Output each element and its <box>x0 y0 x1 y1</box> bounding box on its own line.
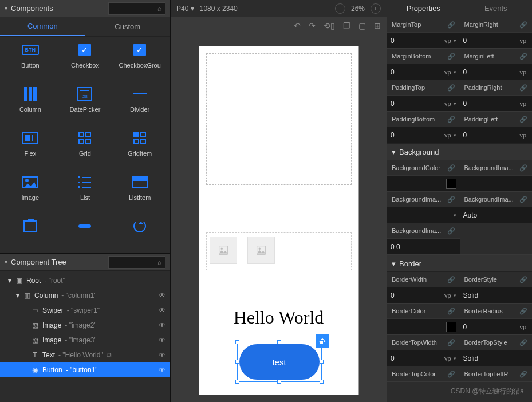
eye-icon[interactable]: 👁 <box>159 306 165 314</box>
resize-handle[interactable] <box>320 340 324 344</box>
link-icon[interactable]: 🔗 <box>519 164 527 172</box>
link-icon[interactable]: 🔗 <box>519 276 527 283</box>
eye-icon[interactable]: 👁 <box>159 321 165 329</box>
prop-paddingtop-input[interactable]: 0vp▾ <box>387 95 460 111</box>
hello-text[interactable]: Hello World <box>199 307 358 328</box>
components-search[interactable]: ⌕ <box>108 2 165 15</box>
comp-grid[interactable]: Grid <box>58 131 113 166</box>
resize-handle[interactable] <box>235 360 239 364</box>
prop-bordertopstyle-input[interactable]: Solid <box>460 350 533 366</box>
color-swatch[interactable] <box>446 322 456 332</box>
prop-borderstyle-input[interactable]: Solid <box>460 287 533 303</box>
prop-bgimg-input[interactable]: Auto <box>460 207 533 223</box>
image-placeholder[interactable] <box>210 237 237 264</box>
eye-icon[interactable]: 👁 <box>159 351 165 359</box>
comp-nav[interactable] <box>3 219 58 247</box>
tab-events[interactable]: Events <box>460 0 533 17</box>
tree-search[interactable]: ⌕ <box>108 256 165 269</box>
resize-handle[interactable] <box>320 360 324 364</box>
link-icon[interactable]: 🔗 <box>447 164 455 172</box>
comp-button[interactable]: BTNButton <box>3 42 58 78</box>
link-icon[interactable]: 🔗 <box>447 196 455 203</box>
link-icon[interactable]: 🔗 <box>447 84 455 92</box>
link-icon[interactable]: 🔗 <box>519 196 527 203</box>
prop-margintop-input[interactable]: 0vp▾ <box>387 32 460 48</box>
section-border[interactable]: ▾Border <box>387 255 532 272</box>
comp-list[interactable]: List <box>58 175 113 210</box>
eye-icon[interactable]: 👁 <box>159 336 165 344</box>
comp-checkbox[interactable]: ✓Checkbox <box>58 42 113 78</box>
link-icon[interactable]: 🔗 <box>447 339 455 346</box>
tree-button[interactable]: ◉Button- "button1"👁 <box>0 362 170 377</box>
resize-handle[interactable] <box>277 340 281 344</box>
zoom-in-button[interactable]: + <box>371 3 381 14</box>
comp-refresh[interactable] <box>112 219 167 247</box>
link-icon[interactable]: 🔗 <box>519 84 527 92</box>
prop-marginleft-input[interactable]: 0vp <box>460 64 533 80</box>
link-icon[interactable]: 🔗 <box>447 276 455 283</box>
rect-icon[interactable]: ▢ <box>358 21 366 30</box>
prop-bgimg-input[interactable]: ▾ <box>387 207 460 223</box>
prop-bgimg-input[interactable]: 0 0 <box>387 238 460 254</box>
rotate-icon[interactable]: ⟲▯ <box>324 21 335 30</box>
layers-icon[interactable]: ❐ <box>343 21 350 30</box>
chevron-down-icon[interactable]: ▾ <box>454 38 456 44</box>
comp-image[interactable]: Image <box>3 175 58 210</box>
grid-icon[interactable]: ⊞ <box>374 21 381 30</box>
link-icon[interactable]: 🔗 <box>447 308 455 315</box>
comp-column[interactable]: Column <box>3 86 58 122</box>
link-icon[interactable]: 🔗 <box>519 53 527 60</box>
link-icon[interactable]: 🔗 <box>519 116 527 123</box>
prop-marginright-input[interactable]: 0vp <box>460 32 533 48</box>
device-selector[interactable]: P40 ▾ <box>176 5 194 13</box>
link-icon[interactable]: 🔗 <box>447 21 455 29</box>
comp-flex[interactable]: Flex <box>3 131 58 166</box>
comp-listitem[interactable]: ListItem <box>112 175 167 210</box>
comp-griditem[interactable]: GridItem <box>112 131 167 166</box>
resize-handle[interactable] <box>235 380 239 384</box>
tree-swiper[interactable]: ▭Swiper- "swiper1"👁 <box>0 303 170 318</box>
prop-bgimg-input[interactable] <box>460 175 533 191</box>
comp-bar[interactable] <box>58 219 113 247</box>
link-icon[interactable]: 🔗 <box>519 339 527 346</box>
tab-properties[interactable]: Properties <box>387 0 460 17</box>
prop-bordercolor-input[interactable] <box>387 318 460 334</box>
section-background[interactable]: ▾Background <box>387 143 532 160</box>
prop-borderradius-input[interactable]: 0vp <box>460 318 533 334</box>
tree-image1[interactable]: ▧Image- "image2"👁 <box>0 318 170 333</box>
resize-handle[interactable] <box>320 380 324 384</box>
tab-custom[interactable]: Custom <box>85 17 171 36</box>
prop-bgcolor-input[interactable] <box>387 175 460 191</box>
link-icon[interactable]: 🔗 <box>447 116 455 123</box>
tree-column[interactable]: ▾▥Column- "column1"👁 <box>0 288 170 303</box>
swiper-placeholder[interactable] <box>206 53 352 185</box>
prop-bordertopwidth-input[interactable]: 0vp▾ <box>387 350 460 366</box>
zoom-out-button[interactable]: − <box>335 3 345 14</box>
eye-icon[interactable]: 👁 <box>159 291 165 299</box>
prop-borderwidth-input[interactable]: 0vp▾ <box>387 287 460 303</box>
eye-icon[interactable]: 👁 <box>159 366 165 374</box>
prop-paddingbottom-input[interactable]: 0vp▾ <box>387 127 460 143</box>
undo-icon[interactable]: ↶ <box>294 21 301 30</box>
resize-handle[interactable] <box>235 340 239 344</box>
comp-datepicker[interactable]: 28DatePicker <box>58 86 113 122</box>
chevron-down-icon[interactable]: ▾ <box>5 259 7 265</box>
resize-handle[interactable] <box>277 380 281 384</box>
link-icon[interactable]: 🔗 <box>447 227 455 235</box>
link-icon[interactable]: 🔗 <box>447 371 455 378</box>
tab-common[interactable]: Common <box>0 17 85 36</box>
comp-divider[interactable]: Divider <box>112 86 167 122</box>
tree-root[interactable]: ▾▣Root- "root" <box>0 273 170 288</box>
device-preview[interactable]: Hello World test ✥ <box>199 46 359 395</box>
prop-paddingleft-input[interactable]: 0vp <box>460 127 533 143</box>
comp-checkboxgroup[interactable]: ✓CheckboxGrou <box>112 42 167 78</box>
link-icon[interactable]: 🔗 <box>519 21 527 29</box>
chevron-down-icon[interactable]: ▾ <box>5 5 7 11</box>
tree-text[interactable]: TText- "Hello World"⧉👁 <box>0 348 170 362</box>
prop-paddingright-input[interactable]: 0vp <box>460 95 533 111</box>
prop-marginbottom-input[interactable]: 0vp▾ <box>387 64 460 80</box>
tree-image2[interactable]: ▧Image- "image3"👁 <box>0 333 170 348</box>
redo-icon[interactable]: ↷ <box>309 21 316 30</box>
copy-icon[interactable]: ⧉ <box>107 351 112 359</box>
link-icon[interactable]: 🔗 <box>519 308 527 315</box>
